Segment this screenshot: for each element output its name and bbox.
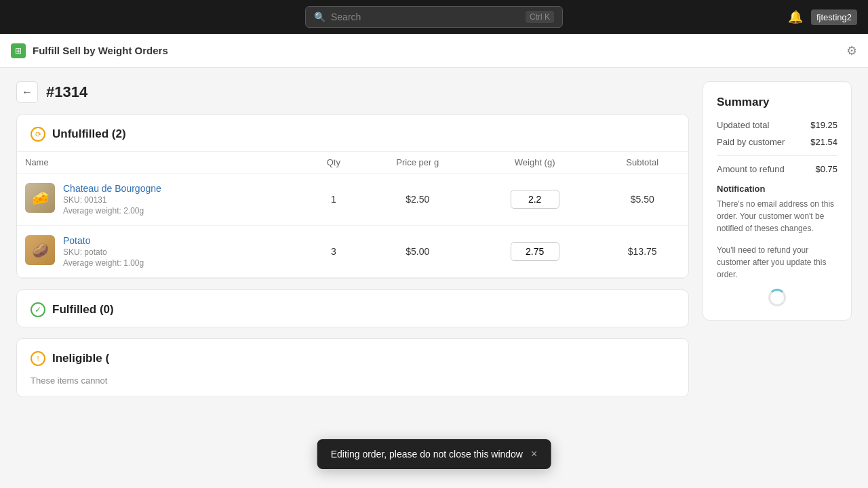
ineligible-note: These items cannot: [17, 375, 688, 396]
item-details: Chateau de Bourgogne SKU: 00131 Average …: [63, 183, 161, 216]
item-link[interactable]: Chateau de Bourgogne: [63, 183, 161, 194]
search-shortcut: Ctrl K: [526, 11, 554, 23]
item-image: 🧀: [25, 183, 55, 213]
app-title: Fulfill Sell by Weight Orders: [33, 45, 168, 56]
refund-note: You'll need to refund your customer afte…: [717, 244, 837, 281]
amount-to-refund-row: Amount to refund $0.75: [717, 164, 837, 174]
updated-total-label: Updated total: [717, 120, 769, 130]
updated-total-value: $19.25: [810, 120, 837, 130]
summary-card: Summary Updated total $19.25 Paid by cus…: [703, 81, 852, 321]
col-name: Name: [17, 152, 305, 174]
item-subtotal: $5.50: [596, 174, 688, 226]
item-qty: 3: [305, 226, 362, 278]
notification-title: Notification: [717, 184, 837, 194]
right-panel: Summary Updated total $19.25 Paid by cus…: [703, 81, 852, 408]
app-header: ⊞ Fulfill Sell by Weight Orders ⚙: [0, 34, 868, 68]
search-icon: 🔍: [314, 12, 326, 22]
top-nav: 🔍 Ctrl K 🔔 fjtesting2: [0, 0, 868, 34]
notification-section: Notification There's no email address on…: [717, 184, 837, 235]
ineligible-section: ! Ineligible ( These items cannot: [16, 338, 689, 397]
amount-to-refund-value: $0.75: [815, 164, 837, 174]
weight-input[interactable]: [511, 242, 559, 261]
summary-divider: [717, 155, 837, 156]
bell-icon[interactable]: 🔔: [788, 9, 803, 24]
item-subtotal: $13.75: [596, 226, 688, 278]
paid-by-customer-row: Paid by customer $21.54: [717, 137, 837, 147]
unfulfilled-section: ⟳ Unfulfilled (2) Name Qty Price per g W…: [16, 114, 689, 279]
updated-total-row: Updated total $19.25: [717, 120, 837, 130]
fulfilled-header: ✓ Fulfilled (0): [17, 290, 688, 327]
item-price-per-g: $5.00: [362, 226, 473, 278]
col-weight: Weight (g): [473, 152, 597, 174]
unfulfilled-icon: ⟳: [31, 127, 45, 142]
item-price-per-g: $2.50: [362, 174, 473, 226]
item-avg-weight: Average weight: 1.00g: [63, 258, 144, 268]
item-avg-weight: Average weight: 2.00g: [63, 206, 161, 216]
weight-input[interactable]: [511, 190, 559, 209]
left-panel: ← #1314 ⟳ Unfulfilled (2) Name Qty Price…: [16, 81, 689, 408]
app-icon: ⊞: [11, 43, 26, 58]
summary-title: Summary: [717, 96, 837, 109]
back-button[interactable]: ←: [16, 81, 38, 103]
item-image: 🥔: [25, 235, 55, 265]
table-row: 🥔 Potato SKU: potato Average weight: 1.0…: [17, 226, 688, 278]
ineligible-icon: !: [31, 351, 45, 366]
spinner: [768, 289, 786, 306]
order-header: ← #1314: [16, 81, 689, 103]
search-input[interactable]: [331, 12, 520, 22]
paid-by-customer-label: Paid by customer: [717, 137, 785, 147]
order-number: #1314: [46, 83, 87, 101]
item-sku: SKU: 00131: [63, 195, 161, 205]
paid-by-customer-value: $21.54: [810, 137, 837, 147]
ineligible-header: ! Ineligible (: [17, 339, 688, 375]
notification-text: There's no email address on this order. …: [717, 198, 837, 235]
col-qty: Qty: [305, 152, 362, 174]
settings-icon[interactable]: ⚙: [846, 43, 857, 58]
item-name-cell: 🧀 Chateau de Bourgogne SKU: 00131 Averag…: [17, 174, 305, 226]
unfulfilled-title: Unfulfilled (2): [52, 127, 126, 141]
item-sku: SKU: potato: [63, 247, 144, 257]
item-qty: 1: [305, 174, 362, 226]
user-badge[interactable]: fjtesting2: [811, 9, 857, 25]
col-subtotal: Subtotal: [596, 152, 688, 174]
item-weight-cell[interactable]: [473, 226, 597, 278]
main-content: ← #1314 ⟳ Unfulfilled (2) Name Qty Price…: [0, 68, 868, 422]
table-row: 🧀 Chateau de Bourgogne SKU: 00131 Averag…: [17, 174, 688, 226]
item-info: 🥔 Potato SKU: potato Average weight: 1.0…: [25, 235, 297, 268]
fulfilled-icon: ✓: [31, 302, 45, 317]
item-info: 🧀 Chateau de Bourgogne SKU: 00131 Averag…: [25, 183, 297, 216]
amount-to-refund-label: Amount to refund: [717, 164, 785, 174]
item-link[interactable]: Potato: [63, 235, 144, 246]
fulfilled-title: Fulfilled (0): [52, 303, 114, 317]
col-price: Price per g: [362, 152, 473, 174]
item-weight-cell[interactable]: [473, 174, 597, 226]
item-name-cell: 🥔 Potato SKU: potato Average weight: 1.0…: [17, 226, 305, 278]
loading-spinner: [717, 289, 837, 306]
fulfilled-section: ✓ Fulfilled (0): [16, 289, 689, 327]
items-table: Name Qty Price per g Weight (g) Subtotal…: [17, 151, 688, 278]
ineligible-title: Ineligible (: [52, 352, 109, 365]
unfulfilled-header: ⟳ Unfulfilled (2): [17, 115, 688, 151]
search-bar[interactable]: 🔍 Ctrl K: [305, 6, 563, 28]
item-details: Potato SKU: potato Average weight: 1.00g: [63, 235, 144, 268]
nav-right: 🔔 fjtesting2: [788, 9, 857, 25]
